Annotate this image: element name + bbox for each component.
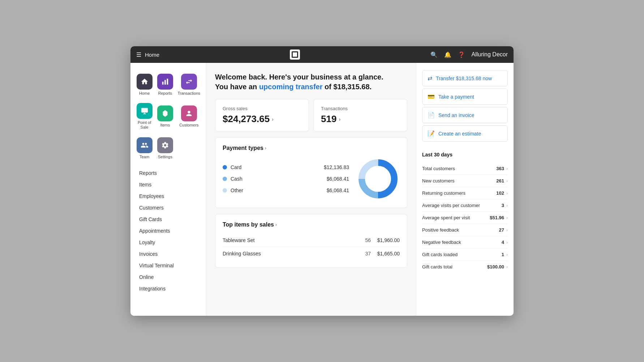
nav-link-appointments[interactable]: Appointments: [135, 225, 202, 237]
last-30-title: Last 30 days: [422, 152, 508, 158]
nav-link-employees[interactable]: Employees: [135, 190, 202, 202]
action-btn-icon: ⇄: [428, 75, 432, 82]
metric-row-gift-cards-loaded[interactable]: Gift cards loaded 1 ›: [422, 249, 508, 261]
action-btn-transfer-1831568-now[interactable]: ⇄ Transfer $18,315.68 now: [422, 70, 508, 86]
item-name: Tableware Set: [223, 237, 353, 243]
metric-value: 261: [496, 178, 504, 184]
metric-row-average-spent-per-visit[interactable]: Average spent per visit $51.96 ›: [422, 212, 508, 224]
payment-list: Card $12,136.83 Cash $6,068.41 Other $6,…: [223, 161, 349, 196]
welcome-line2: You have an upcoming transfer of $18,315…: [215, 83, 407, 91]
payment-content: Card $12,136.83 Cash $6,068.41 Other $6,…: [223, 157, 400, 201]
payment-row-cash: Cash $6,068.41: [223, 173, 349, 185]
nav-center: [159, 49, 430, 60]
icon-box-reports: [157, 74, 173, 90]
action-btn-create-an-estimate[interactable]: 📝 Create an estimate: [422, 125, 508, 142]
metric-arrow: ›: [506, 252, 508, 257]
stat-label: Gross sales: [223, 106, 301, 111]
metric-value: $51.96: [490, 215, 504, 220]
icon-box-team: [137, 137, 153, 153]
action-btn-label: Transfer $18,315.68 now: [436, 76, 492, 81]
action-btn-icon: 💳: [428, 93, 435, 100]
metric-arrow: ›: [506, 240, 508, 245]
nav-left: ☰ Home: [136, 51, 159, 58]
icon-box-home: [137, 74, 153, 90]
metric-name: New customers: [422, 178, 496, 184]
item-total: $1,960.00: [371, 237, 400, 243]
icon-box-transactions: [181, 74, 197, 90]
nav-link-online[interactable]: Online: [135, 271, 202, 283]
nav-link-customers[interactable]: Customers: [135, 202, 202, 214]
action-btn-take-a-payment[interactable]: 💳 Take a payment: [422, 89, 508, 105]
metric-row-gift-cards-total[interactable]: Gift cards total $100.00 ›: [422, 261, 508, 273]
metric-name: Total customers: [422, 166, 496, 171]
upcoming-transfer-link[interactable]: upcoming transfer: [259, 83, 323, 91]
metric-name: Average visits per customer: [422, 203, 502, 208]
icon-item-settings[interactable]: Settings: [155, 134, 175, 161]
icon-item-reports[interactable]: Reports: [155, 70, 175, 98]
welcome-line1: Welcome back. Here's your business at a …: [215, 73, 407, 81]
nav-link-gift-cards[interactable]: Gift Cards: [135, 214, 202, 225]
stat-card-gross-sales[interactable]: Gross sales $24,273.65 ›: [215, 99, 309, 132]
metric-name: Returning customers: [422, 190, 496, 196]
icon-item-transactions[interactable]: Transactions: [176, 70, 202, 98]
metric-value: 1: [502, 252, 504, 257]
metric-row-total-customers[interactable]: Total customers 363 ›: [422, 163, 508, 175]
icon-label-reports: Reports: [158, 91, 172, 96]
transfer-suffix: of $18,315.68.: [322, 83, 372, 91]
stat-arrow: ›: [272, 116, 274, 122]
metric-name: Gift cards total: [422, 264, 487, 270]
payment-amount: $6,068.41: [327, 188, 349, 193]
payment-types-card: Payment types › Card $12,136.83 Cash $6,…: [215, 137, 407, 208]
icon-box-pos: [137, 103, 153, 119]
icon-item-pos[interactable]: Point of Sale: [135, 99, 154, 132]
metric-name: Positive feedback: [422, 227, 499, 233]
icon-label-items: Items: [160, 123, 170, 128]
nav-link-items[interactable]: Items: [135, 179, 202, 190]
icon-label-transactions: Transactions: [177, 91, 200, 96]
payment-dot: [223, 188, 227, 193]
table-row[interactable]: Tableware Set 56 $1,960.00: [223, 234, 400, 247]
metric-name: Average spent per visit: [422, 215, 490, 220]
nav-links: ReportsItemsEmployeesCustomersGift Cards…: [135, 167, 202, 294]
svg-rect-2: [167, 79, 168, 85]
nav-link-integrations[interactable]: Integrations: [135, 283, 202, 294]
top-items-title: Top items by sales ›: [223, 221, 400, 228]
nav-link-invoices[interactable]: Invoices: [135, 248, 202, 260]
search-icon[interactable]: 🔍: [430, 51, 438, 58]
metric-row-new-customers[interactable]: New customers 261 ›: [422, 175, 508, 187]
svg-rect-3: [141, 108, 147, 113]
metric-value: 102: [496, 190, 504, 196]
transfer-prefix: You have an: [215, 83, 259, 91]
icon-item-items[interactable]: Items: [155, 99, 175, 132]
metric-row-negative-feedback[interactable]: Negative feedback 4 ›: [422, 236, 508, 249]
bell-icon[interactable]: 🔔: [444, 51, 451, 58]
metric-row-average-visits-per-customer[interactable]: Average visits per customer 3 ›: [422, 199, 508, 212]
stat-label: Transactions: [321, 106, 400, 111]
help-icon[interactable]: ❓: [458, 51, 465, 58]
metric-name: Gift cards loaded: [422, 252, 502, 257]
nav-link-virtual-terminal[interactable]: Virtual Terminal: [135, 260, 202, 271]
top-items-card: Top items by sales › Tableware Set 56 $1…: [215, 214, 407, 268]
payment-row-other: Other $6,068.41: [223, 185, 349, 196]
nav-title: Home: [145, 52, 159, 58]
top-nav: ☰ Home 🔍 🔔 ❓ Alluring Decor: [130, 46, 514, 63]
item-qty: 56: [353, 237, 371, 243]
square-logo: [290, 49, 300, 60]
items-table: Tableware Set 56 $1,960.00 Drinking Glas…: [223, 234, 400, 260]
nav-link-loyalty[interactable]: Loyalty: [135, 237, 202, 248]
stat-card-transactions[interactable]: Transactions 519 ›: [313, 99, 407, 132]
metric-row-returning-customers[interactable]: Returning customers 102 ›: [422, 187, 508, 199]
action-buttons: ⇄ Transfer $18,315.68 now 💳 Take a payme…: [422, 70, 508, 143]
metric-row-positive-feedback[interactable]: Positive feedback 27 ›: [422, 224, 508, 236]
table-row[interactable]: Drinking Glasses 37 $1,665.00: [223, 247, 400, 260]
metric-value: 3: [502, 203, 504, 208]
hamburger-icon[interactable]: ☰: [136, 51, 141, 58]
icon-item-home[interactable]: Home: [135, 70, 154, 98]
action-btn-send-an-invoice[interactable]: 📄 Send an invoice: [422, 107, 508, 123]
icon-item-customers[interactable]: Customers: [176, 99, 202, 132]
icon-item-team[interactable]: Team: [135, 134, 154, 161]
main-content: Welcome back. Here's your business at a …: [206, 63, 416, 316]
stat-arrow: ›: [339, 116, 340, 122]
action-btn-icon: 📝: [428, 130, 435, 137]
nav-link-reports[interactable]: Reports: [135, 167, 202, 179]
